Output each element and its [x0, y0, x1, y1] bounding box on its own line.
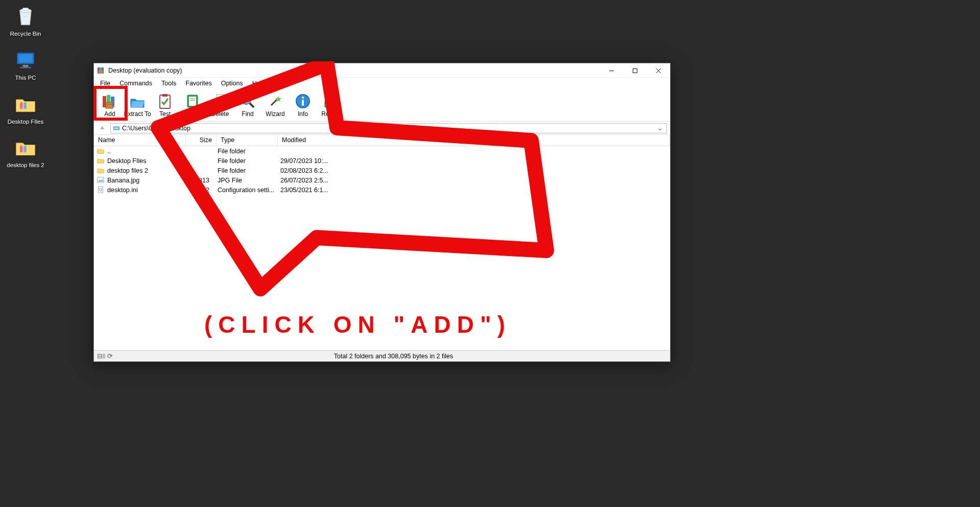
list-header[interactable]: Name Size Type Modified [94, 135, 670, 146]
svg-rect-40 [328, 98, 332, 101]
toolbox-icon [322, 93, 339, 109]
file-size: 307,813 [186, 177, 217, 184]
file-row-parent[interactable]: .. File folder [94, 146, 670, 156]
file-row[interactable]: Desktop FIles File folder 29/07/2023 10:… [94, 156, 670, 166]
wand-icon [267, 93, 283, 109]
toolbar-label: Extract To [124, 110, 151, 118]
folder-icon [97, 167, 105, 175]
svg-rect-9 [23, 146, 27, 153]
svg-rect-44 [98, 177, 104, 182]
magnifier-icon [240, 93, 256, 109]
shredder-icon [212, 93, 228, 109]
file-size: 282 [186, 187, 217, 194]
svg-rect-5 [20, 67, 31, 68]
file-type: File folder [217, 157, 278, 165]
desktop-icon-label: desktop files 2 [7, 162, 44, 169]
folder-open-icon [129, 93, 146, 109]
toolbar-label: View [186, 110, 199, 118]
col-name[interactable]: Name [94, 135, 186, 146]
ini-icon [97, 186, 105, 194]
file-name: desktop files 2 [107, 167, 186, 174]
col-modified[interactable]: Modified [278, 135, 670, 146]
menubar: File Commands Tools Favorites Options He… [94, 78, 670, 89]
menu-file[interactable]: File [96, 79, 114, 88]
wizard-button[interactable]: Wizard [261, 90, 289, 120]
svg-point-33 [242, 95, 251, 104]
desktop-icon-recycle-bin[interactable]: Recycle Bin [5, 4, 46, 38]
books-icon [102, 93, 118, 109]
file-name: Desktop FIles [107, 157, 186, 165]
path-text: C:\Users\Office\Desktop [122, 125, 653, 132]
toolbar-label: Test [159, 110, 171, 118]
toolbar-label: Wizard [266, 110, 284, 118]
path-field[interactable]: C:\Users\Office\Desktop ⌄ [110, 123, 667, 133]
toolbar-label: Info [298, 110, 308, 118]
view-button[interactable]: View [179, 90, 206, 120]
status-text: Total 2 folders and 308,095 bytes in 2 f… [117, 353, 670, 360]
file-row[interactable]: desktop files 2 File folder 02/08/2023 6… [94, 166, 670, 175]
repair-button[interactable]: Repair [317, 90, 344, 120]
info-button[interactable]: Info [289, 90, 317, 120]
file-type: Configuration setti... [217, 187, 278, 194]
folder-icon [97, 157, 105, 165]
menu-options[interactable]: Options [217, 79, 247, 88]
menu-help[interactable]: Help [248, 79, 270, 88]
desktop-icon-label: Recycle Bin [10, 31, 41, 38]
svg-rect-4 [23, 65, 29, 67]
svg-rect-27 [217, 95, 224, 102]
minimize-button[interactable] [600, 63, 623, 78]
recycle-bin-icon [13, 4, 38, 29]
delete-button[interactable]: Delete [206, 90, 234, 120]
file-name: desktop.ini [107, 187, 186, 194]
winrar-app-icon [97, 66, 105, 75]
book-icon [184, 93, 201, 109]
close-button[interactable] [647, 63, 670, 78]
desktop-icon-this-pc[interactable]: This PC [5, 48, 46, 82]
svg-rect-39 [325, 100, 336, 107]
menu-tools[interactable]: Tools [157, 79, 180, 88]
drive-icon [113, 125, 120, 132]
up-button[interactable] [97, 123, 107, 133]
col-type[interactable]: Type [217, 135, 278, 146]
file-modified: 29/07/2023 10:... [278, 157, 670, 165]
file-type: JPG File [217, 177, 278, 184]
svg-rect-6 [20, 102, 23, 109]
toolbar-label: Add [104, 110, 115, 118]
desktop-icon-folder[interactable]: desktop files 2 [5, 135, 46, 169]
toolbar-label: Repair [321, 110, 339, 118]
file-modified: 23/05/2021 6:1... [278, 187, 670, 194]
desktop-icon-folder[interactable]: Desktop FIles [5, 92, 46, 126]
chevron-down-icon[interactable]: ⌄ [655, 124, 664, 132]
menu-favorites[interactable]: Favorites [181, 79, 216, 88]
svg-rect-24 [189, 97, 196, 106]
file-modified: 02/08/2023 6:2... [278, 167, 670, 174]
this-pc-icon [13, 48, 38, 73]
maximize-button[interactable] [623, 63, 647, 78]
desktop-icons-area: Recycle Bin This PC Desktop FIles [0, 0, 51, 173]
svg-rect-7 [23, 102, 27, 109]
file-row[interactable]: desktop.ini 282 Configuration setti... 2… [94, 185, 670, 195]
svg-rect-43 [114, 127, 119, 129]
file-type: File folder [217, 167, 278, 174]
extract-to-button[interactable]: Extract To [124, 90, 151, 120]
svg-rect-22 [162, 94, 168, 97]
svg-line-34 [250, 103, 254, 107]
menu-commands[interactable]: Commands [115, 79, 156, 88]
find-button[interactable]: Find [234, 90, 261, 120]
test-button[interactable]: Test [151, 90, 179, 120]
toolbar-label: Delete [211, 110, 229, 118]
file-name: .. [107, 148, 186, 155]
folder-icon [13, 92, 38, 117]
file-row[interactable]: Banana.jpg 307,813 JPG File 26/07/2023 2… [94, 175, 670, 185]
check-clipboard-icon [157, 93, 173, 109]
file-type: File folder [217, 148, 278, 155]
svg-rect-28 [214, 101, 226, 104]
folder-icon [13, 135, 38, 160]
titlebar[interactable]: Desktop (evaluation copy) [94, 63, 670, 78]
col-size[interactable]: Size [186, 135, 217, 146]
file-name: Banana.jpg [107, 177, 186, 184]
status-glyphs: ⊟⫴ ⟳ [94, 352, 117, 360]
svg-rect-38 [302, 100, 304, 106]
window-title: Desktop (evaluation copy) [108, 67, 600, 74]
add-button[interactable]: Add [96, 90, 124, 120]
